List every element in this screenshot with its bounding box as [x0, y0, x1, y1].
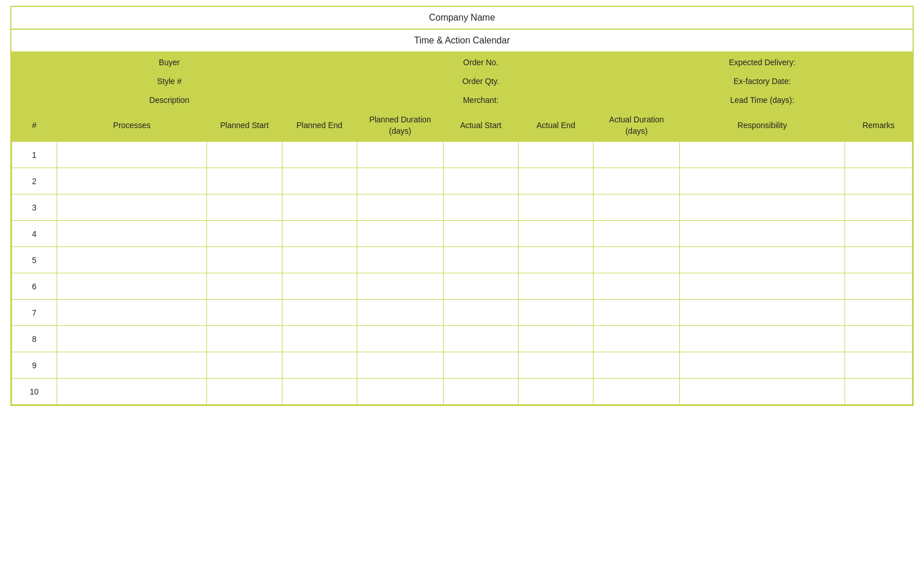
row-planned-start[interactable]: [207, 247, 282, 273]
row-actual-duration[interactable]: [594, 300, 680, 326]
row-planned-start[interactable]: [207, 221, 282, 247]
row-actual-end[interactable]: [518, 326, 593, 352]
row-remarks[interactable]: [845, 194, 912, 221]
row-actual-start[interactable]: [443, 379, 518, 405]
merchant-label: Merchant:: [443, 91, 518, 110]
row-process[interactable]: [57, 221, 207, 247]
merchant-value: [518, 91, 679, 110]
row-planned-duration[interactable]: [357, 300, 443, 326]
row-actual-end[interactable]: [518, 300, 593, 326]
row-planned-start[interactable]: [207, 168, 282, 194]
row-actual-start[interactable]: [443, 168, 518, 194]
row-planned-end[interactable]: [282, 379, 357, 405]
row-planned-start[interactable]: [207, 352, 282, 379]
row-planned-start[interactable]: [207, 142, 282, 168]
row-planned-start[interactable]: [207, 300, 282, 326]
row-process[interactable]: [57, 300, 207, 326]
row-planned-duration[interactable]: [357, 194, 443, 221]
row-planned-start[interactable]: [207, 273, 282, 300]
row-actual-duration[interactable]: [594, 142, 680, 168]
row-actual-start[interactable]: [443, 142, 518, 168]
row-remarks[interactable]: [845, 300, 912, 326]
company-name-text: Company Name: [429, 13, 495, 22]
row-responsibility[interactable]: [680, 273, 845, 300]
row-planned-duration[interactable]: [357, 352, 443, 379]
row-process[interactable]: [57, 247, 207, 273]
row-remarks[interactable]: [845, 326, 912, 352]
row-planned-end[interactable]: [282, 273, 357, 300]
row-actual-end[interactable]: [518, 247, 593, 273]
row-responsibility[interactable]: [680, 194, 845, 221]
row-planned-end[interactable]: [282, 300, 357, 326]
row-planned-duration[interactable]: [357, 247, 443, 273]
meta-row-buyer: Buyer Order No. Expected Delivery:: [12, 53, 913, 72]
row-process[interactable]: [57, 194, 207, 221]
row-actual-end[interactable]: [518, 194, 593, 221]
row-actual-duration[interactable]: [594, 326, 680, 352]
row-planned-end[interactable]: [282, 142, 357, 168]
row-actual-duration[interactable]: [594, 247, 680, 273]
row-planned-end[interactable]: [282, 326, 357, 352]
row-planned-start[interactable]: [207, 326, 282, 352]
row-planned-duration[interactable]: [357, 142, 443, 168]
row-actual-duration[interactable]: [594, 168, 680, 194]
buyer-label: Buyer: [57, 53, 282, 72]
row-process[interactable]: [57, 352, 207, 379]
row-planned-duration[interactable]: [357, 221, 443, 247]
row-num: 9: [12, 352, 57, 379]
row-remarks[interactable]: [845, 247, 912, 273]
row-actual-start[interactable]: [443, 300, 518, 326]
row-actual-duration[interactable]: [594, 194, 680, 221]
row-responsibility[interactable]: [680, 247, 845, 273]
row-actual-duration[interactable]: [594, 379, 680, 405]
row-actual-end[interactable]: [518, 142, 593, 168]
row-remarks[interactable]: [845, 273, 912, 300]
row-planned-duration[interactable]: [357, 379, 443, 405]
row-remarks[interactable]: [845, 379, 912, 405]
row-remarks[interactable]: [845, 352, 912, 379]
row-process[interactable]: [57, 273, 207, 300]
row-actual-start[interactable]: [443, 194, 518, 221]
row-planned-duration[interactable]: [357, 168, 443, 194]
row-planned-duration[interactable]: [357, 326, 443, 352]
row-responsibility[interactable]: [680, 142, 845, 168]
row-actual-start[interactable]: [443, 221, 518, 247]
row-planned-end[interactable]: [282, 194, 357, 221]
row-planned-start[interactable]: [207, 379, 282, 405]
row-num: 8: [12, 326, 57, 352]
row-actual-duration[interactable]: [594, 273, 680, 300]
row-planned-end[interactable]: [282, 247, 357, 273]
row-process[interactable]: [57, 379, 207, 405]
row-actual-duration[interactable]: [594, 352, 680, 379]
row-responsibility[interactable]: [680, 326, 845, 352]
row-actual-duration[interactable]: [594, 221, 680, 247]
row-responsibility[interactable]: [680, 221, 845, 247]
empty-cell-3: [12, 91, 57, 110]
row-responsibility[interactable]: [680, 352, 845, 379]
row-remarks[interactable]: [845, 221, 912, 247]
style-label: Style #: [57, 72, 282, 91]
exfactory-value: [845, 72, 912, 91]
row-responsibility[interactable]: [680, 168, 845, 194]
row-actual-start[interactable]: [443, 247, 518, 273]
row-planned-end[interactable]: [282, 352, 357, 379]
row-process[interactable]: [57, 142, 207, 168]
row-actual-start[interactable]: [443, 352, 518, 379]
row-actual-start[interactable]: [443, 326, 518, 352]
row-actual-end[interactable]: [518, 221, 593, 247]
row-actual-end[interactable]: [518, 168, 593, 194]
row-actual-start[interactable]: [443, 273, 518, 300]
row-actual-end[interactable]: [518, 352, 593, 379]
row-planned-start[interactable]: [207, 194, 282, 221]
row-remarks[interactable]: [845, 142, 912, 168]
row-process[interactable]: [57, 326, 207, 352]
row-planned-end[interactable]: [282, 168, 357, 194]
row-responsibility[interactable]: [680, 300, 845, 326]
row-responsibility[interactable]: [680, 379, 845, 405]
row-planned-end[interactable]: [282, 221, 357, 247]
row-planned-duration[interactable]: [357, 273, 443, 300]
row-remarks[interactable]: [845, 168, 912, 194]
row-actual-end[interactable]: [518, 379, 593, 405]
row-actual-end[interactable]: [518, 273, 593, 300]
row-process[interactable]: [57, 168, 207, 194]
